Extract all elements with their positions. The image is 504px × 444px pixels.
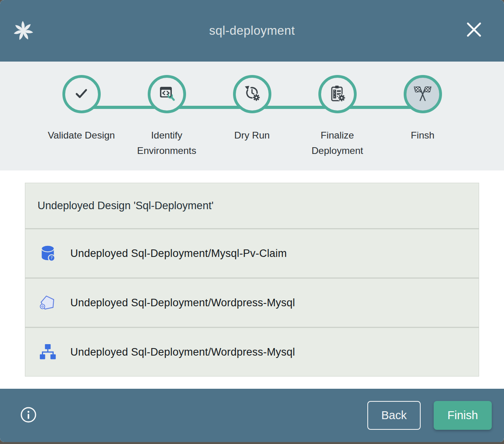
dialog-title: sql-deployment: [0, 24, 504, 38]
dialog-footer: Back Finish: [0, 389, 504, 442]
deployment-stepper: Validate Design Ident: [0, 62, 504, 170]
dialog-body: Undeployed Design 'Sql-Deployment' ? Und…: [0, 170, 504, 389]
step-finish: Finsh: [380, 75, 465, 158]
step-label: Dry Run: [234, 127, 270, 143]
status-row-text: Undeployed Sql-Deployment/Mysql-Pv-Claim: [70, 247, 287, 260]
close-icon: [466, 22, 482, 39]
step-label: Finsh: [411, 127, 434, 143]
step-label: Validate Design: [48, 127, 115, 143]
pentagon-resource-icon: [39, 294, 57, 312]
step-identify-environments: Identify Environments: [124, 75, 209, 158]
step-finalize-deployment: Finalize Deployment: [295, 75, 380, 158]
check-icon: [72, 84, 91, 105]
status-card-header-text: Undeployed Design 'Sql-Deployment': [38, 200, 214, 212]
step-circle-finish: [404, 75, 442, 113]
step-label: Identify Environments: [128, 127, 205, 158]
step-circle-identify: [148, 75, 186, 113]
svg-text:?: ?: [51, 255, 53, 260]
step-circle-validate: [62, 75, 101, 113]
status-row-text: Undeployed Sql-Deployment/Wordpress-Mysq…: [70, 346, 295, 358]
checkered-flags-icon: [413, 84, 433, 105]
finish-button[interactable]: Finish: [434, 401, 492, 430]
dialog-header: sql-deployment: [0, 0, 504, 62]
close-button[interactable]: [465, 21, 483, 39]
step-dry-run: Dry Run: [209, 75, 295, 158]
step-circle-finalize: [318, 75, 357, 113]
status-row-text: Undeployed Sql-Deployment/Wordpress-Mysq…: [70, 297, 295, 309]
back-button[interactable]: Back: [367, 401, 421, 430]
database-icon: ?: [39, 244, 57, 262]
info-button[interactable]: [20, 407, 37, 424]
status-row-wordpress-mysql-2: Undeployed Sql-Deployment/Wordpress-Mysq…: [25, 328, 479, 376]
step-label: Finalize Deployment: [299, 127, 376, 158]
meshery-logo-icon: [13, 21, 33, 41]
status-row-wordpress-mysql-1: Undeployed Sql-Deployment/Wordpress-Mysq…: [25, 279, 479, 327]
history-gear-icon: [243, 84, 261, 105]
status-row-pv-claim: ? Undeployed Sql-Deployment/Mysql-Pv-Cla…: [25, 229, 479, 277]
info-icon: [20, 406, 37, 425]
code-window-wrench-icon: [157, 84, 176, 105]
clipboard-gear-icon: [328, 84, 347, 105]
deployment-status-card: Undeployed Design 'Sql-Deployment' ? Und…: [25, 183, 479, 377]
hierarchy-icon: [39, 343, 57, 361]
deployment-dialog: sql-deployment Validate Design: [0, 0, 504, 442]
step-validate-design: Validate Design: [39, 75, 124, 158]
step-circle-dry-run: [233, 75, 271, 113]
status-card-header: Undeployed Design 'Sql-Deployment': [25, 183, 479, 228]
